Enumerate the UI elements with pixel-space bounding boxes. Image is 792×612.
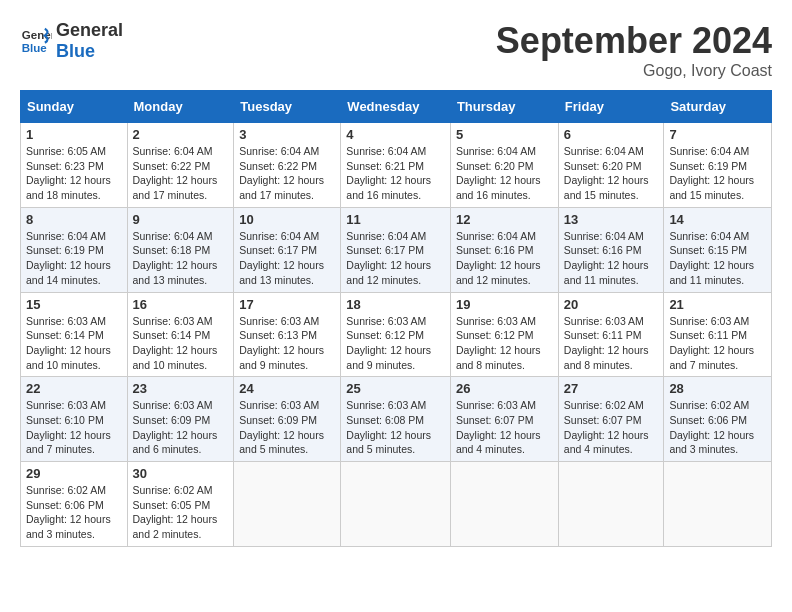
calendar-day-11: 11Sunrise: 6:04 AMSunset: 6:17 PMDayligh… [341, 207, 451, 292]
col-header-friday: Friday [558, 91, 664, 123]
day-info: Sunrise: 6:03 AMSunset: 6:07 PMDaylight:… [456, 398, 553, 457]
day-info: Sunrise: 6:03 AMSunset: 6:14 PMDaylight:… [133, 314, 229, 373]
day-info: Sunrise: 6:02 AMSunset: 6:05 PMDaylight:… [133, 483, 229, 542]
calendar-day-6: 6Sunrise: 6:04 AMSunset: 6:20 PMDaylight… [558, 123, 664, 208]
calendar-day-3: 3Sunrise: 6:04 AMSunset: 6:22 PMDaylight… [234, 123, 341, 208]
logo-general: General [56, 20, 123, 41]
day-number: 26 [456, 381, 553, 396]
day-info: Sunrise: 6:03 AMSunset: 6:11 PMDaylight:… [669, 314, 766, 373]
month-title: September 2024 [496, 20, 772, 62]
calendar-week-1: 1Sunrise: 6:05 AMSunset: 6:23 PMDaylight… [21, 123, 772, 208]
day-info: Sunrise: 6:03 AMSunset: 6:14 PMDaylight:… [26, 314, 122, 373]
day-info: Sunrise: 6:04 AMSunset: 6:16 PMDaylight:… [564, 229, 659, 288]
day-number: 13 [564, 212, 659, 227]
day-info: Sunrise: 6:03 AMSunset: 6:09 PMDaylight:… [239, 398, 335, 457]
calendar-day-2: 2Sunrise: 6:04 AMSunset: 6:22 PMDaylight… [127, 123, 234, 208]
col-header-monday: Monday [127, 91, 234, 123]
day-number: 2 [133, 127, 229, 142]
day-info: Sunrise: 6:03 AMSunset: 6:12 PMDaylight:… [346, 314, 445, 373]
col-header-saturday: Saturday [664, 91, 772, 123]
day-number: 16 [133, 297, 229, 312]
day-number: 18 [346, 297, 445, 312]
calendar-day-13: 13Sunrise: 6:04 AMSunset: 6:16 PMDayligh… [558, 207, 664, 292]
calendar-day-1: 1Sunrise: 6:05 AMSunset: 6:23 PMDaylight… [21, 123, 128, 208]
calendar-day-24: 24Sunrise: 6:03 AMSunset: 6:09 PMDayligh… [234, 377, 341, 462]
calendar-week-2: 8Sunrise: 6:04 AMSunset: 6:19 PMDaylight… [21, 207, 772, 292]
logo: General Blue General Blue [20, 20, 123, 62]
day-number: 19 [456, 297, 553, 312]
calendar-table: SundayMondayTuesdayWednesdayThursdayFrid… [20, 90, 772, 547]
day-number: 23 [133, 381, 229, 396]
calendar-day-28: 28Sunrise: 6:02 AMSunset: 6:06 PMDayligh… [664, 377, 772, 462]
day-info: Sunrise: 6:04 AMSunset: 6:22 PMDaylight:… [239, 144, 335, 203]
day-info: Sunrise: 6:02 AMSunset: 6:06 PMDaylight:… [669, 398, 766, 457]
day-number: 22 [26, 381, 122, 396]
calendar-day-17: 17Sunrise: 6:03 AMSunset: 6:13 PMDayligh… [234, 292, 341, 377]
day-number: 10 [239, 212, 335, 227]
day-info: Sunrise: 6:03 AMSunset: 6:11 PMDaylight:… [564, 314, 659, 373]
calendar-day-18: 18Sunrise: 6:03 AMSunset: 6:12 PMDayligh… [341, 292, 451, 377]
day-number: 5 [456, 127, 553, 142]
day-number: 21 [669, 297, 766, 312]
header-row: SundayMondayTuesdayWednesdayThursdayFrid… [21, 91, 772, 123]
svg-text:Blue: Blue [22, 42, 48, 54]
calendar-day-7: 7Sunrise: 6:04 AMSunset: 6:19 PMDaylight… [664, 123, 772, 208]
calendar-day-20: 20Sunrise: 6:03 AMSunset: 6:11 PMDayligh… [558, 292, 664, 377]
day-number: 30 [133, 466, 229, 481]
calendar-day-15: 15Sunrise: 6:03 AMSunset: 6:14 PMDayligh… [21, 292, 128, 377]
day-number: 4 [346, 127, 445, 142]
calendar-day-16: 16Sunrise: 6:03 AMSunset: 6:14 PMDayligh… [127, 292, 234, 377]
day-info: Sunrise: 6:02 AMSunset: 6:07 PMDaylight:… [564, 398, 659, 457]
calendar-day-12: 12Sunrise: 6:04 AMSunset: 6:16 PMDayligh… [450, 207, 558, 292]
location: Gogo, Ivory Coast [496, 62, 772, 80]
day-info: Sunrise: 6:03 AMSunset: 6:10 PMDaylight:… [26, 398, 122, 457]
calendar-empty [558, 462, 664, 547]
day-info: Sunrise: 6:04 AMSunset: 6:16 PMDaylight:… [456, 229, 553, 288]
day-number: 3 [239, 127, 335, 142]
day-number: 12 [456, 212, 553, 227]
calendar-day-27: 27Sunrise: 6:02 AMSunset: 6:07 PMDayligh… [558, 377, 664, 462]
calendar-day-4: 4Sunrise: 6:04 AMSunset: 6:21 PMDaylight… [341, 123, 451, 208]
calendar-empty [664, 462, 772, 547]
day-info: Sunrise: 6:04 AMSunset: 6:19 PMDaylight:… [26, 229, 122, 288]
day-info: Sunrise: 6:02 AMSunset: 6:06 PMDaylight:… [26, 483, 122, 542]
day-info: Sunrise: 6:04 AMSunset: 6:19 PMDaylight:… [669, 144, 766, 203]
day-info: Sunrise: 6:04 AMSunset: 6:20 PMDaylight:… [456, 144, 553, 203]
day-number: 25 [346, 381, 445, 396]
calendar-day-25: 25Sunrise: 6:03 AMSunset: 6:08 PMDayligh… [341, 377, 451, 462]
day-number: 24 [239, 381, 335, 396]
day-info: Sunrise: 6:04 AMSunset: 6:21 PMDaylight:… [346, 144, 445, 203]
calendar-empty [450, 462, 558, 547]
calendar-day-5: 5Sunrise: 6:04 AMSunset: 6:20 PMDaylight… [450, 123, 558, 208]
day-number: 11 [346, 212, 445, 227]
day-number: 9 [133, 212, 229, 227]
logo-icon: General Blue [20, 25, 52, 57]
day-info: Sunrise: 6:03 AMSunset: 6:09 PMDaylight:… [133, 398, 229, 457]
calendar-day-21: 21Sunrise: 6:03 AMSunset: 6:11 PMDayligh… [664, 292, 772, 377]
day-info: Sunrise: 6:03 AMSunset: 6:12 PMDaylight:… [456, 314, 553, 373]
calendar-week-4: 22Sunrise: 6:03 AMSunset: 6:10 PMDayligh… [21, 377, 772, 462]
day-number: 17 [239, 297, 335, 312]
day-number: 27 [564, 381, 659, 396]
calendar-week-3: 15Sunrise: 6:03 AMSunset: 6:14 PMDayligh… [21, 292, 772, 377]
calendar-week-5: 29Sunrise: 6:02 AMSunset: 6:06 PMDayligh… [21, 462, 772, 547]
calendar-day-23: 23Sunrise: 6:03 AMSunset: 6:09 PMDayligh… [127, 377, 234, 462]
day-info: Sunrise: 6:03 AMSunset: 6:13 PMDaylight:… [239, 314, 335, 373]
day-number: 6 [564, 127, 659, 142]
day-number: 1 [26, 127, 122, 142]
calendar-day-29: 29Sunrise: 6:02 AMSunset: 6:06 PMDayligh… [21, 462, 128, 547]
day-number: 14 [669, 212, 766, 227]
day-number: 8 [26, 212, 122, 227]
day-info: Sunrise: 6:03 AMSunset: 6:08 PMDaylight:… [346, 398, 445, 457]
day-number: 7 [669, 127, 766, 142]
logo-blue: Blue [56, 41, 123, 62]
col-header-tuesday: Tuesday [234, 91, 341, 123]
calendar-day-9: 9Sunrise: 6:04 AMSunset: 6:18 PMDaylight… [127, 207, 234, 292]
col-header-thursday: Thursday [450, 91, 558, 123]
calendar-day-30: 30Sunrise: 6:02 AMSunset: 6:05 PMDayligh… [127, 462, 234, 547]
calendar-day-19: 19Sunrise: 6:03 AMSunset: 6:12 PMDayligh… [450, 292, 558, 377]
day-info: Sunrise: 6:04 AMSunset: 6:20 PMDaylight:… [564, 144, 659, 203]
day-info: Sunrise: 6:04 AMSunset: 6:18 PMDaylight:… [133, 229, 229, 288]
day-number: 28 [669, 381, 766, 396]
day-info: Sunrise: 6:04 AMSunset: 6:22 PMDaylight:… [133, 144, 229, 203]
